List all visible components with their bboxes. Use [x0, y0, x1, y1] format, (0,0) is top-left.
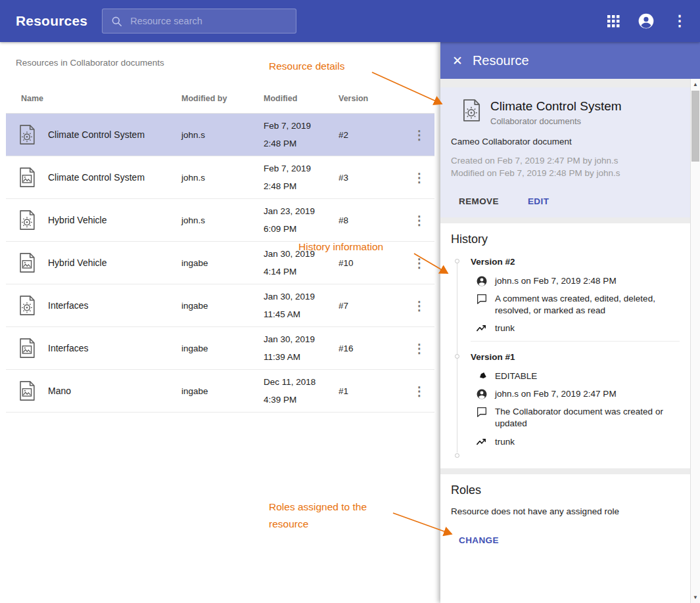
gear-document-icon — [16, 123, 38, 146]
modified-date: Jan 30, 2019 11:39 AM — [264, 327, 338, 369]
resource-type: Cameo Collaborator document — [451, 137, 680, 146]
row-menu-icon[interactable]: ⋮ — [413, 256, 426, 271]
scroll-up-icon[interactable]: ▲ — [691, 81, 700, 87]
column-header-version[interactable]: Version — [338, 94, 404, 103]
modified-by: ingabe — [181, 344, 264, 353]
gear-document-icon — [459, 98, 484, 123]
table-row[interactable]: Climate Control Systemjohn.sFeb 7, 2019 … — [6, 114, 434, 156]
row-menu-icon[interactable]: ⋮ — [413, 384, 426, 399]
resource-name: Hybrid Vehicle — [48, 215, 181, 225]
user-icon — [476, 275, 488, 287]
table-row[interactable]: ManoingabeDec 11, 2018 4:39 PM#1⋮ — [6, 370, 434, 413]
table-row[interactable]: InterfacesingabeJan 30, 2019 11:45 AM#7⋮ — [6, 284, 434, 327]
row-menu-icon[interactable]: ⋮ — [413, 341, 426, 356]
version: #8 — [338, 215, 404, 225]
modified-date: Jan 30, 2019 4:14 PM — [264, 242, 338, 284]
edit-button[interactable]: EDIT — [528, 194, 549, 208]
history-item: EDITABLE — [476, 370, 680, 382]
roles-section: Roles Resource does not have any assigne… — [440, 474, 690, 603]
column-header-name[interactable]: Name — [6, 94, 181, 103]
resource-details-card: Climate Control System Collaborator docu… — [440, 87, 690, 217]
resource-icon-cell — [6, 209, 48, 231]
column-header-modified-by[interactable]: Modified by — [181, 94, 264, 103]
image-document-icon — [16, 252, 38, 274]
main-area: Resources in Collaborator documents Name… — [0, 42, 700, 603]
version: #10 — [338, 258, 404, 268]
row-menu-icon[interactable]: ⋮ — [413, 298, 426, 313]
resource-name: Mano — [48, 386, 181, 396]
history-item: The Collaborator document was created or… — [476, 406, 680, 430]
history-item: john.s on Feb 7, 2019 2:47 PM — [476, 388, 680, 400]
row-actions-cell: ⋮ — [404, 298, 434, 313]
close-icon[interactable]: ✕ — [452, 55, 463, 67]
gear-document-icon — [16, 209, 38, 231]
history-item: john.s on Feb 7, 2019 2:48 PM — [476, 275, 680, 287]
row-menu-icon[interactable]: ⋮ — [413, 127, 426, 143]
history-version-label: Version #2 — [471, 257, 680, 267]
version: #2 — [338, 130, 404, 140]
row-menu-icon[interactable]: ⋮ — [413, 213, 426, 228]
topbar-actions: ⋮ — [607, 12, 687, 30]
apps-grid-glyph — [607, 15, 620, 28]
resource-icon-cell — [6, 337, 48, 359]
row-actions-cell: ⋮ — [404, 213, 434, 228]
row-menu-icon[interactable]: ⋮ — [413, 170, 426, 185]
modified-by: ingabe — [181, 386, 264, 396]
table-row[interactable]: Hybrid VehicleingabeJan 30, 2019 4:14 PM… — [6, 242, 434, 284]
modified-by: john.s — [181, 173, 264, 183]
resource-name: Climate Control System — [48, 172, 181, 183]
history-item-text: A comment was created, edited, deleted, … — [495, 293, 674, 317]
modified-date: Jan 23, 2019 6:09 PM — [264, 199, 338, 241]
branch-icon — [476, 323, 488, 334]
app-title: Resources — [16, 13, 87, 29]
remove-button[interactable]: REMOVE — [459, 194, 499, 208]
table-row[interactable]: Hybrid Vehiclejohn.sJan 23, 2019 6:09 PM… — [6, 199, 434, 242]
resource-icon-cell — [6, 166, 48, 189]
version: #1 — [338, 386, 404, 396]
table-row[interactable]: Climate Control Systemjohn.sFeb 7, 2019 … — [6, 156, 434, 199]
history-heading: History — [451, 233, 680, 246]
resource-table-body: Climate Control Systemjohn.sFeb 7, 2019 … — [6, 114, 434, 413]
resource-table: Name Modified by Modified Version Climat… — [6, 83, 434, 413]
search-input[interactable] — [129, 15, 273, 27]
timeline-dot — [455, 453, 459, 458]
search-icon — [110, 15, 123, 28]
version: #3 — [338, 173, 404, 183]
modified-by: john.s — [181, 130, 264, 140]
resource-name: Climate Control System — [48, 129, 181, 140]
history-item-text: trunk — [495, 436, 515, 448]
account-icon[interactable] — [638, 12, 655, 30]
top-bar: Resources ⋮ — [0, 0, 700, 42]
scrollbar-thumb[interactable] — [691, 91, 699, 162]
row-actions-cell: ⋮ — [404, 127, 434, 143]
resource-title: Climate Control System — [490, 99, 622, 114]
history-entry: Version #1EDITABLEjohn.s on Feb 7, 2019 … — [455, 352, 680, 448]
details-card-head: Climate Control System Collaborator docu… — [459, 98, 680, 126]
account-glyph — [638, 12, 655, 30]
scroll-down-icon[interactable]: ▼ — [691, 594, 700, 600]
column-header-modified[interactable]: Modified — [264, 94, 338, 103]
modified-info: Modified on Feb 7, 2019 2:48 PM by john.… — [451, 168, 680, 180]
panel-scrollbar[interactable]: ▲ ▼ — [690, 79, 700, 603]
history-timeline: Version #2john.s on Feb 7, 2019 2:48 PMA… — [455, 257, 680, 458]
row-actions-cell: ⋮ — [404, 256, 434, 271]
version: #7 — [338, 301, 404, 311]
modified-by: ingabe — [181, 301, 264, 311]
history-version-label: Version #1 — [471, 352, 680, 362]
history-item-text: The Collaborator document was created or… — [495, 406, 674, 430]
table-row[interactable]: InterfacesingabeJan 30, 2019 11:39 AM#16… — [6, 327, 434, 370]
resource-name: Interfaces — [48, 300, 181, 311]
resource-detail-panel: ✕ Resource Climate Control System Collab… — [440, 42, 700, 603]
panel-header: ✕ Resource — [440, 42, 700, 79]
resource-name: Interfaces — [48, 343, 181, 353]
user-icon — [476, 388, 488, 400]
resource-list-pane: Resources in Collaborator documents Name… — [0, 42, 440, 603]
resource-meta: Created on Feb 7, 2019 2:47 PM by john.s… — [451, 155, 680, 180]
apps-grid-icon[interactable] — [607, 15, 620, 28]
comment-icon — [476, 293, 488, 305]
panel-body: Climate Control System Collaborator docu… — [440, 79, 690, 603]
overflow-menu-icon[interactable]: ⋮ — [672, 14, 687, 28]
history-item-text: john.s on Feb 7, 2019 2:48 PM — [495, 275, 617, 287]
history-item: A comment was created, edited, deleted, … — [476, 293, 680, 317]
change-roles-button[interactable]: CHANGE — [459, 533, 499, 547]
